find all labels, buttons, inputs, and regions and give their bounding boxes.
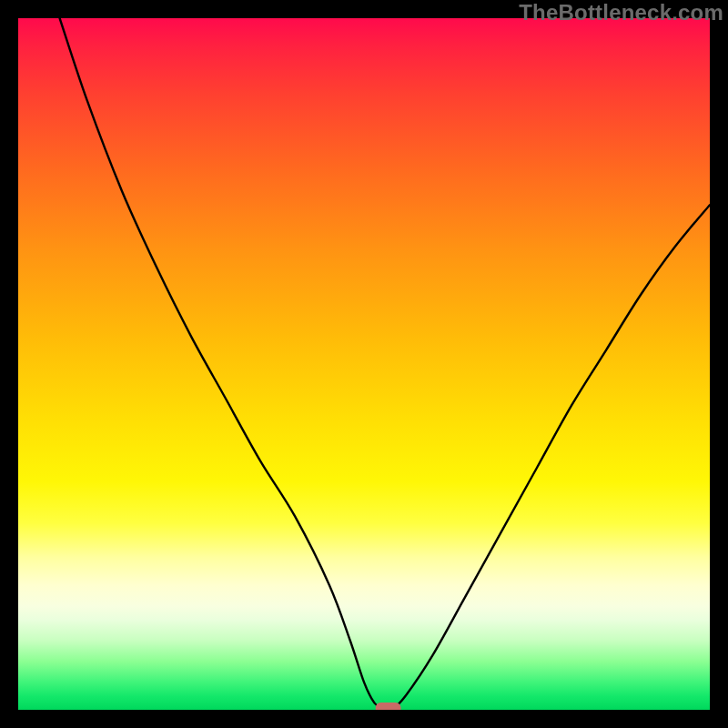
chart-overlay <box>18 18 710 710</box>
watermark-text: TheBottleneck.com <box>519 0 723 25</box>
bottleneck-curve <box>60 18 710 710</box>
bottleneck-chart <box>18 18 710 710</box>
optimal-point-marker <box>376 703 401 710</box>
